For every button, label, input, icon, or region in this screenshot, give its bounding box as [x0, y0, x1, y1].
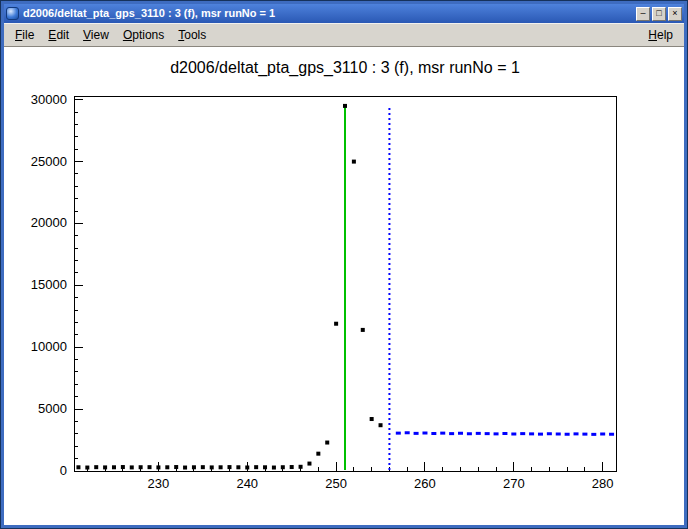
svg-text:0: 0 — [60, 463, 67, 478]
menu-item-file[interactable]: File — [8, 25, 41, 45]
maximize-button[interactable]: □ — [652, 7, 666, 21]
window-icon[interactable] — [6, 7, 19, 20]
application-window: d2006/deltat_pta_gps_3110 : 3 (f), msr r… — [0, 0, 688, 529]
svg-text:10000: 10000 — [31, 339, 67, 354]
svg-text:230: 230 — [148, 476, 170, 491]
menu-item-edit[interactable]: Edit — [41, 25, 76, 45]
menu-item-view[interactable]: View — [76, 25, 116, 45]
svg-text:260: 260 — [414, 476, 436, 491]
svg-text:30000: 30000 — [31, 92, 67, 107]
svg-text:240: 240 — [236, 476, 258, 491]
close-button[interactable]: × — [668, 7, 682, 21]
svg-text:25000: 25000 — [31, 154, 67, 169]
root-canvas[interactable]: d2006/deltat_pta_gps_3110 : 3 (f), msr r… — [4, 47, 684, 525]
minimize-button[interactable]: – — [636, 7, 650, 21]
menu-item-tools[interactable]: Tools — [171, 25, 213, 45]
chart: d2006/deltat_pta_gps_3110 : 3 (f), msr r… — [4, 47, 684, 525]
svg-text:20000: 20000 — [31, 215, 67, 230]
svg-text:5000: 5000 — [38, 401, 67, 416]
window-title: d2006/deltat_pta_gps_3110 : 3 (f), msr r… — [23, 4, 632, 23]
menu-item-help[interactable]: Help — [641, 25, 680, 45]
svg-text:270: 270 — [503, 476, 525, 491]
svg-text:15000: 15000 — [31, 277, 67, 292]
menu-item-options[interactable]: Options — [116, 25, 171, 45]
menu-bar: File Edit View Options Tools Help — [4, 23, 684, 47]
svg-text:280: 280 — [592, 476, 614, 491]
svg-text:d2006/deltat_pta_gps_3110 : 3: d2006/deltat_pta_gps_3110 : 3 (f), msr r… — [170, 59, 520, 77]
window-controls: – □ × — [636, 7, 682, 21]
svg-text:250: 250 — [325, 476, 347, 491]
title-bar[interactable]: d2006/deltat_pta_gps_3110 : 3 (f), msr r… — [4, 4, 684, 23]
